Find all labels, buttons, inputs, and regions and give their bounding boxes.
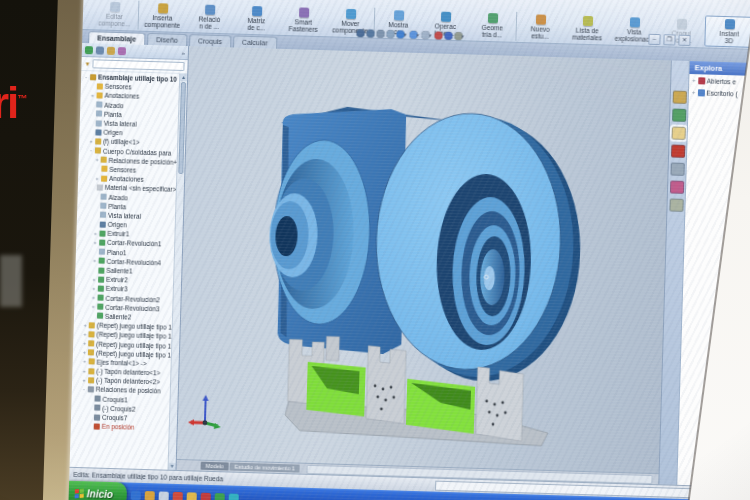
command-button-icon (629, 17, 639, 27)
view-toolbar-button[interactable]: ▾ (454, 32, 464, 40)
filter-funnel-icon[interactable]: ▼ (84, 61, 90, 67)
view-toolbar-icon (356, 29, 364, 37)
command-button-label2: materiales (572, 34, 602, 42)
feature-manager-tab-icon[interactable] (107, 46, 115, 54)
command-button[interactable]: Smart Fasteners (279, 5, 327, 35)
tree-expander-icon[interactable]: + (83, 349, 86, 355)
document-tab[interactable]: Estudio de movimiento 1 (230, 463, 300, 473)
tree-expander-icon[interactable]: + (92, 276, 96, 282)
restore-button[interactable]: ❐ (663, 34, 675, 45)
command-button-icon (298, 7, 308, 17)
task-pane-tab-icon[interactable] (670, 162, 684, 175)
tree-item-icon (88, 350, 94, 356)
tree-expander-icon[interactable]: + (90, 92, 94, 98)
command-button[interactable]: Inserta componente (138, 1, 187, 31)
quick-launch-icon[interactable] (187, 492, 197, 500)
task-pane-tab-icon[interactable] (669, 198, 683, 211)
tree-item-label: Sensores (105, 83, 132, 91)
quick-launch-icon[interactable] (131, 490, 141, 500)
quick-launch-icon[interactable] (201, 492, 211, 500)
feature-manager-tab-icon[interactable] (96, 46, 104, 54)
tree-item-label: Ejes frontal<1> -> (97, 358, 147, 366)
explorer-item[interactable]: + Escritorio ( (689, 86, 750, 100)
command-button[interactable]: Instant 3D (704, 15, 750, 47)
quick-launch-icon[interactable] (229, 493, 239, 500)
task-pane-tab-icon[interactable] (671, 126, 685, 139)
tree-item-label: Sensores (109, 166, 136, 174)
graphics-viewport[interactable]: ModeloEstudio de movimiento 1 (177, 46, 671, 484)
tree-item-icon (94, 414, 100, 420)
view-toolbar-button[interactable]: ▾ (396, 30, 406, 38)
tree-item-icon (97, 313, 103, 319)
command-button-label2: n de ... (199, 22, 219, 30)
view-toolbar-button[interactable] (366, 29, 373, 37)
tree-expander-icon[interactable]: + (83, 359, 87, 365)
tree-item-label: Saliente2 (105, 313, 131, 321)
tree-item-label: Extruir1 (107, 230, 129, 238)
explorer-item-label: Abiertos e (707, 77, 736, 85)
trademark-mark: ™ (17, 93, 25, 104)
tree-expander-icon[interactable]: + (84, 322, 87, 328)
tree-expander-icon[interactable]: + (93, 239, 97, 245)
quick-launch-icon[interactable] (159, 491, 169, 500)
tree-item-label: Vista lateral (104, 120, 137, 128)
view-toolbar-button[interactable] (434, 31, 441, 39)
expander-icon[interactable]: + (692, 77, 696, 83)
command-button[interactable]: Nuevo estu... (515, 12, 564, 42)
command-button[interactable]: Editar compone... (91, 0, 139, 30)
cad-model[interactable] (229, 102, 587, 460)
photo-of-monitor: ri™ Editar compone... Inserta componente… (0, 0, 750, 500)
view-toolbar-button[interactable] (444, 32, 451, 40)
tree-expander-icon[interactable]: + (91, 304, 95, 310)
expander-icon[interactable]: + (692, 89, 696, 95)
tree-expander-icon[interactable]: + (96, 157, 99, 163)
quick-launch-icon[interactable] (215, 493, 225, 500)
view-toolbar-button[interactable]: ▾ (409, 31, 419, 39)
command-button[interactable]: Lista de materiales (563, 13, 611, 43)
chevron-down-icon: ▾ (416, 32, 419, 38)
tree-expander-icon[interactable]: + (82, 368, 86, 374)
command-button-label2: estu... (531, 32, 549, 40)
task-pane-tab-icon[interactable] (672, 108, 686, 121)
task-pane-tab-icon[interactable] (669, 180, 683, 193)
tree-expander-icon[interactable]: - (82, 386, 86, 392)
tree-expander-icon[interactable]: + (82, 377, 86, 383)
view-toolbar-button[interactable] (356, 29, 363, 37)
command-button[interactable]: Matriz de c... (233, 3, 281, 33)
command-button[interactable]: Relació n de ... (186, 2, 234, 32)
view-toolbar-button[interactable] (386, 30, 393, 38)
explorer-item-label: Escritorio ( (706, 89, 737, 97)
scroll-up-icon[interactable]: ▲ (180, 74, 187, 81)
tree-expander-icon[interactable]: + (92, 285, 96, 291)
tree-expander-icon[interactable]: + (83, 331, 86, 337)
minimize-button[interactable]: – (648, 34, 660, 45)
start-button[interactable]: Inicio (68, 481, 127, 500)
tree-expander-icon[interactable]: + (93, 258, 97, 264)
tree-expander-icon[interactable]: + (83, 340, 86, 346)
tree-expander-icon[interactable]: + (89, 138, 93, 144)
close-button[interactable]: ✕ (678, 35, 690, 46)
more-tabs-icon[interactable]: » (181, 49, 185, 55)
view-toolbar-button[interactable]: ▾ (421, 31, 431, 39)
quick-launch-icon[interactable] (173, 491, 183, 500)
quick-launch-icon[interactable] (145, 491, 155, 500)
tree-expander-icon[interactable]: + (91, 294, 95, 300)
command-button[interactable]: Geome tría d... (468, 10, 516, 40)
tree-filter-input[interactable] (92, 59, 184, 71)
command-button-icon (487, 13, 497, 23)
document-tab[interactable]: Modelo (201, 462, 229, 471)
windows-logo-icon (75, 489, 84, 499)
feature-manager-tab-icon[interactable] (85, 46, 93, 54)
tree-expander-icon[interactable]: + (95, 175, 99, 181)
tree-item-label: Origen (108, 221, 127, 229)
tree-item-label: (-) Croquis2 (102, 405, 135, 413)
tree-expander-icon[interactable]: - (84, 74, 88, 80)
tree-item[interactable]: En posición (71, 421, 169, 433)
feature-manager-tab-icon[interactable] (118, 47, 126, 55)
task-pane-tab-icon[interactable] (672, 91, 686, 104)
clamp-tab (326, 336, 340, 360)
tree-expander-icon[interactable]: + (93, 230, 97, 236)
view-toolbar-button[interactable] (376, 30, 383, 38)
task-pane-tab-icon[interactable] (670, 144, 684, 157)
tree-expander-icon[interactable]: - (89, 147, 93, 153)
